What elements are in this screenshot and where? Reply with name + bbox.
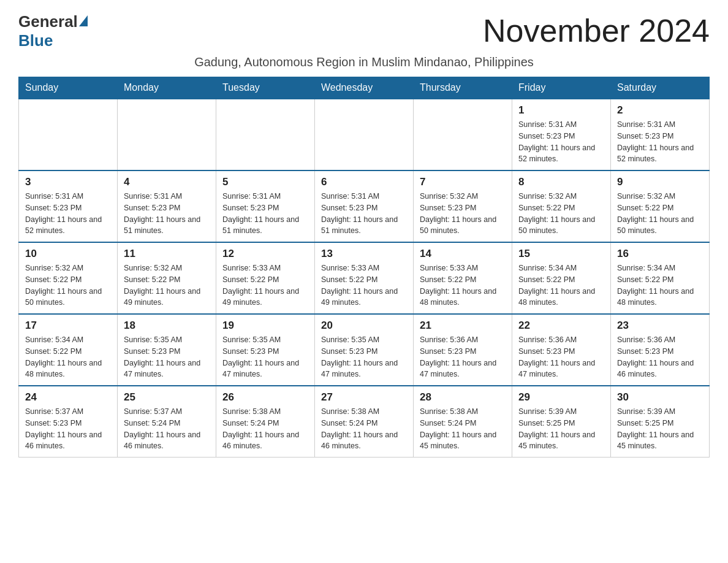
day-number: 19 xyxy=(222,320,308,332)
day-number: 17 xyxy=(25,320,111,332)
day-info: Sunrise: 5:35 AM Sunset: 5:23 PM Dayligh… xyxy=(222,334,308,380)
day-info: Sunrise: 5:36 AM Sunset: 5:23 PM Dayligh… xyxy=(617,334,703,380)
header-row: SundayMondayTuesdayWednesdayThursdayFrid… xyxy=(19,77,710,99)
calendar-cell: 24Sunrise: 5:37 AM Sunset: 5:23 PM Dayli… xyxy=(19,386,118,458)
week-row-3: 10Sunrise: 5:32 AM Sunset: 5:22 PM Dayli… xyxy=(19,242,710,314)
day-info: Sunrise: 5:32 AM Sunset: 5:22 PM Dayligh… xyxy=(124,262,210,308)
day-number: 26 xyxy=(222,391,308,404)
calendar-cell: 4Sunrise: 5:31 AM Sunset: 5:23 PM Daylig… xyxy=(118,170,216,242)
logo: General Blue xyxy=(18,12,89,50)
calendar-cell: 16Sunrise: 5:34 AM Sunset: 5:22 PM Dayli… xyxy=(611,242,710,314)
day-info: Sunrise: 5:38 AM Sunset: 5:24 PM Dayligh… xyxy=(321,406,407,452)
calendar-cell: 8Sunrise: 5:32 AM Sunset: 5:22 PM Daylig… xyxy=(512,170,611,242)
day-info: Sunrise: 5:31 AM Sunset: 5:23 PM Dayligh… xyxy=(124,191,210,237)
calendar-cell: 27Sunrise: 5:38 AM Sunset: 5:24 PM Dayli… xyxy=(315,386,414,458)
calendar-cell: 19Sunrise: 5:35 AM Sunset: 5:23 PM Dayli… xyxy=(216,314,315,386)
calendar-cell: 28Sunrise: 5:38 AM Sunset: 5:24 PM Dayli… xyxy=(414,386,512,458)
day-number: 21 xyxy=(420,320,506,332)
day-number: 11 xyxy=(124,248,210,260)
logo-flag-icon xyxy=(79,15,88,26)
calendar-cell: 30Sunrise: 5:39 AM Sunset: 5:25 PM Dayli… xyxy=(611,386,710,458)
day-number: 10 xyxy=(25,248,111,260)
day-number: 28 xyxy=(420,391,506,404)
calendar-cell: 3Sunrise: 5:31 AM Sunset: 5:23 PM Daylig… xyxy=(19,170,118,242)
day-number: 14 xyxy=(420,248,506,260)
day-info: Sunrise: 5:33 AM Sunset: 5:22 PM Dayligh… xyxy=(321,262,407,308)
day-info: Sunrise: 5:34 AM Sunset: 5:22 PM Dayligh… xyxy=(617,262,703,308)
logo-general-text: General xyxy=(18,12,78,31)
calendar-cell: 29Sunrise: 5:39 AM Sunset: 5:25 PM Dayli… xyxy=(512,386,611,458)
calendar-cell: 9Sunrise: 5:32 AM Sunset: 5:22 PM Daylig… xyxy=(611,170,710,242)
day-info: Sunrise: 5:34 AM Sunset: 5:22 PM Dayligh… xyxy=(518,262,604,308)
calendar-cell: 10Sunrise: 5:32 AM Sunset: 5:22 PM Dayli… xyxy=(19,242,118,314)
day-info: Sunrise: 5:31 AM Sunset: 5:23 PM Dayligh… xyxy=(617,119,703,165)
calendar-cell: 5Sunrise: 5:31 AM Sunset: 5:23 PM Daylig… xyxy=(216,170,315,242)
calendar-cell: 15Sunrise: 5:34 AM Sunset: 5:22 PM Dayli… xyxy=(512,242,611,314)
calendar-cell: 25Sunrise: 5:37 AM Sunset: 5:24 PM Dayli… xyxy=(118,386,216,458)
week-row-1: 1Sunrise: 5:31 AM Sunset: 5:23 PM Daylig… xyxy=(19,99,710,170)
day-number: 2 xyxy=(617,104,703,117)
day-info: Sunrise: 5:34 AM Sunset: 5:22 PM Dayligh… xyxy=(25,334,111,380)
logo-blue-text: Blue xyxy=(18,31,53,50)
calendar-cell xyxy=(414,99,512,170)
day-number: 8 xyxy=(518,176,604,188)
week-row-4: 17Sunrise: 5:34 AM Sunset: 5:22 PM Dayli… xyxy=(19,314,710,386)
calendar-cell: 23Sunrise: 5:36 AM Sunset: 5:23 PM Dayli… xyxy=(611,314,710,386)
calendar-cell: 14Sunrise: 5:33 AM Sunset: 5:22 PM Dayli… xyxy=(414,242,512,314)
day-number: 6 xyxy=(321,176,407,188)
subtitle: Gadung, Autonomous Region in Muslim Mind… xyxy=(18,55,710,69)
day-header-monday: Monday xyxy=(118,77,216,99)
day-info: Sunrise: 5:36 AM Sunset: 5:23 PM Dayligh… xyxy=(420,334,506,380)
day-info: Sunrise: 5:38 AM Sunset: 5:24 PM Dayligh… xyxy=(420,406,506,452)
day-number: 4 xyxy=(124,176,210,188)
day-number: 29 xyxy=(518,391,604,404)
day-number: 12 xyxy=(222,248,308,260)
calendar-cell: 21Sunrise: 5:36 AM Sunset: 5:23 PM Dayli… xyxy=(414,314,512,386)
day-number: 7 xyxy=(420,176,506,188)
day-number: 20 xyxy=(321,320,407,332)
day-number: 3 xyxy=(25,176,111,188)
day-number: 13 xyxy=(321,248,407,260)
calendar-table: SundayMondayTuesdayWednesdayThursdayFrid… xyxy=(18,77,710,458)
calendar-cell: 18Sunrise: 5:35 AM Sunset: 5:23 PM Dayli… xyxy=(118,314,216,386)
day-number: 1 xyxy=(518,104,604,117)
calendar-cell: 26Sunrise: 5:38 AM Sunset: 5:24 PM Dayli… xyxy=(216,386,315,458)
day-number: 9 xyxy=(617,176,703,188)
day-info: Sunrise: 5:35 AM Sunset: 5:23 PM Dayligh… xyxy=(124,334,210,380)
day-info: Sunrise: 5:39 AM Sunset: 5:25 PM Dayligh… xyxy=(518,406,604,452)
day-header-saturday: Saturday xyxy=(611,77,710,99)
day-number: 25 xyxy=(124,391,210,404)
calendar-cell xyxy=(315,99,414,170)
day-info: Sunrise: 5:33 AM Sunset: 5:22 PM Dayligh… xyxy=(420,262,506,308)
calendar-cell: 2Sunrise: 5:31 AM Sunset: 5:23 PM Daylig… xyxy=(611,99,710,170)
calendar-cell: 20Sunrise: 5:35 AM Sunset: 5:23 PM Dayli… xyxy=(315,314,414,386)
day-number: 24 xyxy=(25,391,111,404)
day-info: Sunrise: 5:36 AM Sunset: 5:23 PM Dayligh… xyxy=(518,334,604,380)
calendar-cell xyxy=(216,99,315,170)
day-info: Sunrise: 5:39 AM Sunset: 5:25 PM Dayligh… xyxy=(617,406,703,452)
day-info: Sunrise: 5:33 AM Sunset: 5:22 PM Dayligh… xyxy=(222,262,308,308)
day-header-tuesday: Tuesday xyxy=(216,77,315,99)
day-info: Sunrise: 5:35 AM Sunset: 5:23 PM Dayligh… xyxy=(321,334,407,380)
calendar-cell: 12Sunrise: 5:33 AM Sunset: 5:22 PM Dayli… xyxy=(216,242,315,314)
day-info: Sunrise: 5:31 AM Sunset: 5:23 PM Dayligh… xyxy=(518,119,604,165)
day-info: Sunrise: 5:32 AM Sunset: 5:22 PM Dayligh… xyxy=(617,191,703,237)
day-number: 27 xyxy=(321,391,407,404)
day-info: Sunrise: 5:31 AM Sunset: 5:23 PM Dayligh… xyxy=(222,191,308,237)
day-info: Sunrise: 5:37 AM Sunset: 5:23 PM Dayligh… xyxy=(25,406,111,452)
day-info: Sunrise: 5:32 AM Sunset: 5:23 PM Dayligh… xyxy=(420,191,506,237)
day-header-sunday: Sunday xyxy=(19,77,118,99)
day-info: Sunrise: 5:32 AM Sunset: 5:22 PM Dayligh… xyxy=(25,262,111,308)
day-info: Sunrise: 5:31 AM Sunset: 5:23 PM Dayligh… xyxy=(321,191,407,237)
day-header-friday: Friday xyxy=(512,77,611,99)
day-number: 23 xyxy=(617,320,703,332)
day-header-wednesday: Wednesday xyxy=(315,77,414,99)
calendar-cell: 22Sunrise: 5:36 AM Sunset: 5:23 PM Dayli… xyxy=(512,314,611,386)
day-number: 30 xyxy=(617,391,703,404)
day-number: 22 xyxy=(518,320,604,332)
day-info: Sunrise: 5:38 AM Sunset: 5:24 PM Dayligh… xyxy=(222,406,308,452)
day-number: 18 xyxy=(124,320,210,332)
day-info: Sunrise: 5:37 AM Sunset: 5:24 PM Dayligh… xyxy=(124,406,210,452)
day-info: Sunrise: 5:31 AM Sunset: 5:23 PM Dayligh… xyxy=(25,191,111,237)
day-number: 5 xyxy=(222,176,308,188)
